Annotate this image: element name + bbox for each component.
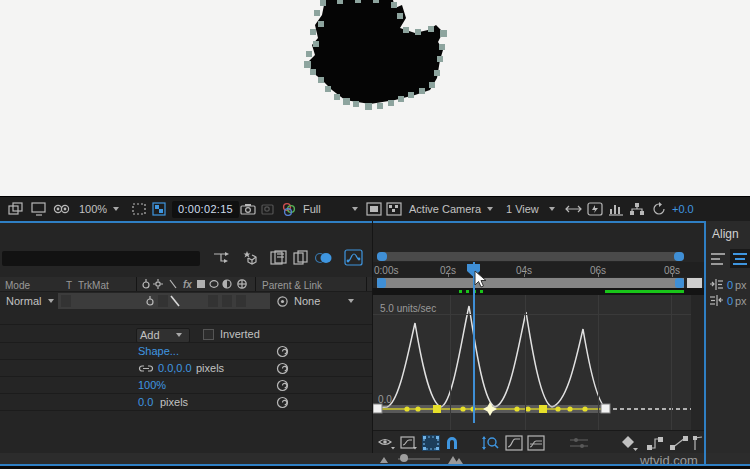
bezier-keyframe-icon[interactable] [692,435,704,451]
layer-row: Normal None [0,292,372,310]
timeline-search-input[interactable] [2,251,200,266]
align-center-button[interactable] [730,249,750,268]
preview-mask-icon[interactable] [53,202,71,216]
timeline-button-icon[interactable] [608,202,624,216]
mask-path-value[interactable]: Shape... [138,346,179,357]
expression-spiral-icon[interactable] [276,379,289,392]
work-area-end-handle[interactable] [675,278,684,288]
inverted-label[interactable]: Inverted [220,329,260,340]
draft-3d-icon[interactable] [240,249,260,267]
camera-view-chevron-icon[interactable] [487,207,493,211]
channel-rgb-icon[interactable] [281,202,297,216]
mini-flowchart-icon[interactable] [212,250,230,266]
fit-selection-icon[interactable] [505,435,523,451]
link-dimensions-icon[interactable] [138,364,154,373]
scrollbar-left-cap[interactable] [377,252,387,261]
layers-icon[interactable] [8,202,24,216]
align-panel: Align 0 px [706,221,750,453]
magnification-select[interactable]: 100% [79,204,107,215]
expression-spiral-icon[interactable] [276,362,289,375]
transform-box-icon[interactable] [422,435,440,451]
filter-properties-eye-icon[interactable] [378,436,396,450]
magnification-chevron-icon[interactable] [113,207,119,211]
separate-dimensions-icon[interactable] [569,436,589,450]
camera-view-select[interactable]: Active Camera [409,204,481,215]
show-snapshot-icon[interactable] [261,202,277,216]
zoom-out-mountain-icon[interactable] [379,455,393,463]
auto-zoom-graph-icon[interactable] [481,435,499,451]
view-layout-chevron-icon[interactable] [549,207,555,211]
parent-link-column-label[interactable]: Parent & Link [262,280,322,291]
region-of-interest-icon[interactable] [131,202,147,216]
mask-mode-chevron-icon[interactable] [176,333,182,337]
pixel-aspect-icon[interactable] [386,202,402,216]
align-panel-title[interactable]: Align [712,227,739,241]
mask-shape[interactable] [295,0,470,120]
monitor-icon[interactable] [31,202,47,216]
linear-keyframe-icon[interactable] [670,435,688,451]
distribute-value[interactable]: 0 [727,295,733,307]
view-layout-select[interactable]: 1 View [506,204,539,215]
snapshot-camera-icon[interactable] [240,202,256,216]
motion-blur-icon[interactable] [315,251,333,265]
mask-expansion-value[interactable]: 0.0 [138,397,153,408]
quality-cell[interactable] [158,295,168,307]
edit-keyframes-icon[interactable] [621,435,639,451]
fx-column-icon[interactable]: fx [183,279,192,290]
scrollbar-right-cap[interactable] [674,252,684,261]
reset-exposure-icon[interactable] [651,202,667,216]
trkmat-cell[interactable] [61,295,71,307]
flowchart-button-icon[interactable] [629,202,645,216]
time-ruler[interactable]: 0:00s 02s 04s 06s 08s [373,262,704,277]
parent-chevron-icon[interactable] [348,299,354,303]
pick-whip-icon[interactable] [276,295,289,308]
layer-pages-icon[interactable] [292,250,310,266]
fast-previews-icon[interactable] [587,202,603,216]
frame-blend-cell[interactable] [222,295,232,307]
transparency-grid-icon[interactable] [151,202,167,216]
quality-switch-icon[interactable] [170,295,180,307]
timecode-display[interactable]: 0:00:02:15 [172,201,239,218]
composition-viewer[interactable] [0,0,750,197]
mask-expansion-row: 0.0 pixels [0,394,372,411]
exposure-value[interactable]: +0.0 [672,204,694,215]
t-column-label[interactable]: T [66,280,72,291]
parent-select[interactable]: None [294,296,320,307]
expression-spiral-icon[interactable] [276,345,289,358]
graph-type-menu-icon[interactable] [400,436,418,450]
frameblend-mblur-adj-3d-icons[interactable] [196,278,250,290]
trkmat-column-label[interactable]: TrkMat [78,280,109,291]
blend-mode-select[interactable]: Normal [6,296,41,307]
inverted-checkbox[interactable] [203,329,214,340]
fit-all-graphs-icon[interactable] [527,435,545,451]
zoom-in-mountain-icon[interactable] [447,454,465,464]
share-view-icon[interactable] [565,202,583,216]
graph-editor-toggle-icon[interactable] [344,249,363,266]
align-left-icon[interactable] [710,251,726,267]
distribute-left-icon[interactable] [709,278,724,291]
mode-column-label[interactable]: Mode [5,280,30,291]
graph-ymin-label: 0.0 [378,394,392,405]
graph-plot-area[interactable]: 5.0 units/sec 0.0 [373,295,704,430]
zoom-slider-knob[interactable] [400,454,408,462]
resolution-select[interactable]: Full [303,204,321,215]
shy-sun-quality-icons[interactable] [141,278,181,290]
frame-blending-icon[interactable] [270,250,288,266]
blend-mode-chevron-icon[interactable] [48,299,54,303]
shy-switch-icon[interactable] [144,296,156,307]
motion-blur-cell[interactable] [236,295,246,307]
hold-keyframe-icon[interactable] [646,435,664,451]
mask-feather-value[interactable]: 0.0,0.0 [158,363,192,374]
expression-spiral-icon[interactable] [276,396,289,409]
work-area-start-handle[interactable] [377,278,386,288]
speed-graph-curve[interactable] [373,295,704,430]
effects-cell[interactable] [208,295,218,307]
distribute-value[interactable]: 0 [727,279,733,291]
target-region-icon[interactable] [366,202,382,216]
resolution-chevron-icon[interactable] [352,207,358,211]
graph-scrollbar[interactable] [377,252,684,261]
work-area-bar[interactable] [377,278,684,288]
distribute-right-icon[interactable] [709,294,724,307]
snap-magnet-icon[interactable] [444,435,460,451]
mask-opacity-value[interactable]: 100% [138,380,166,391]
